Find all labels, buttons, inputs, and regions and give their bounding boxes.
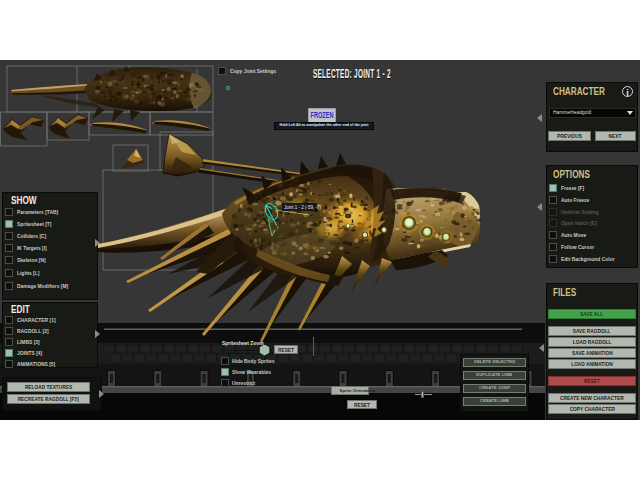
svg-text:Joint 1 - 2 (-59, -7): Joint 1 - 2 (-59, -7) [284,205,322,210]
